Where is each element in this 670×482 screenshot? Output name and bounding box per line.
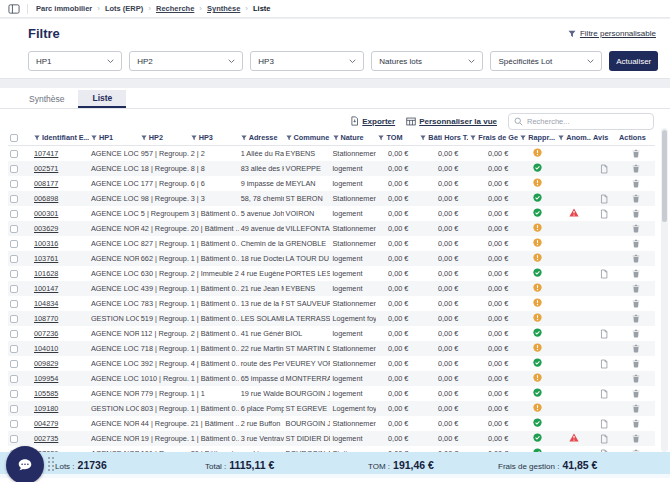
column-header-hp3[interactable]: HP3	[189, 130, 239, 145]
row-checkbox[interactable]	[10, 360, 18, 368]
funnel-icon[interactable]	[91, 135, 97, 141]
column-header-bati[interactable]: Bâti Hors T...	[418, 130, 468, 145]
row-checkbox[interactable]	[10, 165, 18, 173]
filter-select-hp2[interactable]: HP2	[129, 51, 243, 71]
trash-icon[interactable]	[632, 389, 640, 398]
column-header-avis[interactable]: Avis	[591, 130, 617, 145]
trash-icon[interactable]	[632, 209, 640, 218]
funnel-icon[interactable]	[141, 135, 147, 141]
funnel-icon[interactable]	[470, 135, 476, 141]
row-checkbox[interactable]	[10, 240, 18, 248]
search-input[interactable]	[527, 117, 648, 126]
funnel-icon[interactable]	[191, 135, 197, 141]
lot-id-link[interactable]: 000301	[34, 209, 58, 218]
document-icon[interactable]	[600, 434, 608, 444]
refresh-button[interactable]: Actualiser	[609, 51, 658, 71]
lot-id-link[interactable]: 007236	[34, 329, 58, 338]
column-header-hp2[interactable]: HP2	[139, 130, 189, 145]
column-header-nature[interactable]: Nature	[331, 130, 377, 145]
row-checkbox[interactable]	[10, 420, 18, 428]
funnel-icon[interactable]	[558, 135, 564, 141]
funnel-icon[interactable]	[378, 135, 384, 141]
document-icon[interactable]	[600, 269, 608, 279]
row-checkbox[interactable]	[10, 285, 18, 293]
column-header-adresse[interactable]: Adresse	[239, 130, 284, 145]
trash-icon[interactable]	[632, 194, 640, 203]
trash-icon[interactable]	[632, 224, 640, 233]
row-checkbox[interactable]	[10, 315, 18, 323]
column-header-commune[interactable]: Commune	[284, 130, 331, 145]
column-header-id[interactable]: Identifiant E...	[32, 130, 89, 145]
row-checkbox[interactable]	[10, 195, 18, 203]
trash-icon[interactable]	[632, 404, 640, 413]
funnel-icon[interactable]	[333, 135, 339, 141]
chat-widget-button[interactable]	[6, 446, 44, 482]
trash-icon[interactable]	[632, 269, 640, 278]
lot-id-link[interactable]: 109954	[34, 374, 58, 383]
funnel-icon[interactable]	[420, 135, 426, 141]
trash-icon[interactable]	[632, 164, 640, 173]
lot-id-link[interactable]: 103761	[34, 254, 58, 263]
filter-select-hp1[interactable]: HP1	[28, 51, 122, 71]
lot-id-link[interactable]: 003629	[34, 224, 58, 233]
select-all-checkbox[interactable]	[10, 134, 18, 142]
lot-id-link[interactable]: 104010	[34, 344, 58, 353]
document-icon[interactable]	[600, 329, 608, 339]
lot-id-link[interactable]: 100316	[34, 239, 58, 248]
column-header-tom[interactable]: TOM	[376, 130, 418, 145]
filter-select-natures-lots[interactable]: Natures lots	[371, 51, 483, 71]
column-header-anom[interactable]: Anom...	[556, 130, 591, 145]
export-button[interactable]: Exporter	[350, 116, 395, 126]
document-icon[interactable]	[600, 164, 608, 174]
row-checkbox[interactable]	[10, 375, 18, 383]
column-header-hp1[interactable]: HP1	[89, 130, 139, 145]
trash-icon[interactable]	[632, 329, 640, 338]
breadcrumb-item[interactable]: Recherche	[156, 4, 194, 13]
column-header-actions[interactable]: Actions	[617, 130, 655, 145]
document-icon[interactable]	[600, 419, 608, 429]
funnel-icon[interactable]	[34, 135, 40, 141]
customize-view-button[interactable]: Personnaliser la vue	[406, 117, 497, 126]
lot-id-link[interactable]: 107417	[34, 149, 58, 158]
tab-liste[interactable]: Liste	[78, 90, 126, 108]
lot-id-link[interactable]: 100147	[34, 284, 58, 293]
row-checkbox[interactable]	[10, 345, 18, 353]
sidebar-toggle-icon[interactable]	[8, 3, 20, 15]
document-icon[interactable]	[600, 194, 608, 204]
lot-id-link[interactable]: 006898	[34, 194, 58, 203]
filter-select-sp-cificit-s-lot[interactable]: Spécificités Lot	[490, 51, 602, 71]
trash-icon[interactable]	[632, 374, 640, 383]
lot-id-link[interactable]: 004279	[34, 419, 58, 428]
trash-icon[interactable]	[632, 434, 640, 443]
row-checkbox[interactable]	[10, 210, 18, 218]
funnel-icon[interactable]	[520, 135, 526, 141]
trash-icon[interactable]	[632, 344, 640, 353]
lot-id-link[interactable]: 108770	[34, 314, 58, 323]
filter-select-hp3[interactable]: HP3	[250, 51, 364, 71]
scrollbar-thumb[interactable]	[662, 130, 667, 222]
row-checkbox[interactable]	[10, 435, 18, 443]
trash-icon[interactable]	[632, 149, 640, 158]
trash-icon[interactable]	[632, 299, 640, 308]
row-checkbox[interactable]	[10, 390, 18, 398]
column-header-frais[interactable]: Frais de Ges...	[468, 130, 518, 145]
row-checkbox[interactable]	[10, 225, 18, 233]
lot-id-link[interactable]: 008177	[34, 179, 58, 188]
row-checkbox[interactable]	[10, 405, 18, 413]
lot-id-link[interactable]: 002571	[34, 164, 58, 173]
lot-id-link[interactable]: 009829	[34, 359, 58, 368]
row-checkbox[interactable]	[10, 255, 18, 263]
document-icon[interactable]	[600, 389, 608, 399]
row-checkbox[interactable]	[10, 270, 18, 278]
lot-id-link[interactable]: 101628	[34, 269, 58, 278]
document-icon[interactable]	[600, 359, 608, 369]
trash-icon[interactable]	[632, 284, 640, 293]
trash-icon[interactable]	[632, 419, 640, 428]
funnel-icon[interactable]	[241, 135, 247, 141]
drag-handle-dots[interactable]	[48, 457, 55, 472]
tab-synthèse[interactable]: Synthèse	[15, 90, 78, 108]
custom-filter-link[interactable]: Filtre personnalisable	[568, 29, 656, 38]
row-checkbox[interactable]	[10, 180, 18, 188]
trash-icon[interactable]	[632, 314, 640, 323]
trash-icon[interactable]	[632, 179, 640, 188]
